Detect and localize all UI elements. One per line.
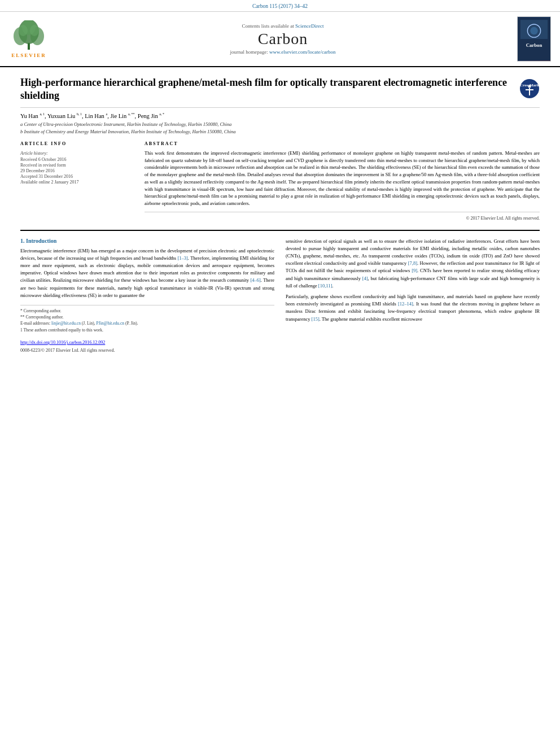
elsevier-logo: ELSEVIER [9,20,49,58]
footnote-email: E-mail addresses: linjie@hit.edu.cn (J. … [20,320,274,326]
citation-text: Carbon 115 (2017) 34–42 [252,3,308,9]
received-date: Received 6 October 2016 [20,157,133,162]
svg-point-5 [19,25,28,36]
ref-1-3[interactable]: [1–3] [177,255,187,261]
affiliation-b: b Institute of Chemistry and Energy Mate… [20,128,540,136]
elsevier-tree-icon [9,20,49,51]
body-left-col: 1. Introduction Electromagnetic interfer… [20,238,274,355]
ref-9[interactable]: [9] [412,268,417,273]
sciencedirect-link[interactable]: ScienceDirect [295,23,323,29]
affiliation-a: a Center of Ultra-precision Optoelectron… [20,121,540,128]
svg-point-6 [30,25,39,36]
journal-center: Contents lists available at ScienceDirec… [55,23,510,55]
paper-title-section: High-performance hierarchical graphene/m… [20,76,540,108]
footnote-corresponding-1: * Corresponding author. [20,308,274,314]
received-revised-label: Received in revised form [20,163,133,168]
svg-point-11 [530,27,538,35]
crossmark-logo: CrossMark [519,78,540,99]
ref-15[interactable]: [15] [312,316,320,322]
footnote-section: * Corresponding author. ** Corresponding… [20,305,274,333]
abstract-title: ABSTRACT [145,141,540,146]
intro-number: 1. [20,238,25,244]
footnote-equal-contrib: 1 These authors contributed equally to t… [20,327,274,333]
affiliations: a Center of Ultra-precision Optoelectron… [20,121,540,136]
journal-url[interactable]: www.elsevier.com/locate/carbon [269,49,335,55]
received-revised-date: 29 December 2016 [20,168,133,173]
abstract-text: This work first demonstrates the improve… [145,150,540,207]
copyright-notice: © 2017 Elsevier Ltd. All rights reserved… [145,212,540,221]
intro-left-text: Electromagnetic interference (EMI) has e… [20,247,274,299]
intro-right-text-1: sensitive detection of optical signals a… [286,238,540,290]
journal-cover-image: Carbon [517,16,551,62]
abstract-section: ABSTRACT This work first demonstrates th… [145,141,540,221]
ref-4-6[interactable]: [4–6] [250,277,260,283]
journal-title: Carbon [55,30,510,48]
intro-title: Introduction [26,238,56,244]
svg-point-16 [528,85,531,88]
journal-homepage: journal homepage: www.elsevier.com/locat… [55,49,510,55]
issn-text: 0008-6223/© 2017 Elsevier Ltd. All right… [20,347,274,355]
citation-bar: Carbon 115 (2017) 34–42 [0,0,560,12]
doi-link[interactable]: http://dx.doi.org/10.1016/j.carbon.2016.… [20,340,105,345]
article-info-title: ARTICLE INFO [20,141,133,146]
ref-4[interactable]: [4] [362,276,368,281]
body-content: 1. Introduction Electromagnetic interfer… [20,238,540,355]
main-content: High-performance hierarchical graphene/m… [0,67,560,364]
paper-title: High-performance hierarchical graphene/m… [20,76,510,103]
body-right-col: sensitive detection of optical signals a… [286,238,540,355]
elsevier-wordmark: ELSEVIER [11,53,46,58]
footnote-corresponding-2: ** Corresponding author. [20,314,274,320]
ref-12-14[interactable]: [12–14] [398,301,413,307]
journal-header: ELSEVIER Contents lists available at Sci… [0,12,560,67]
doi-section: http://dx.doi.org/10.1016/j.carbon.2016.… [20,339,274,355]
email-link-1[interactable]: linjie@hit.edu.cn [51,321,81,326]
intro-right-text-2: Particularly, graphene shows excellent c… [286,293,540,323]
article-info-section: ARTICLE INFO Article history: Received 6… [20,141,133,221]
accepted-date: Accepted 31 December 2016 [20,174,133,179]
available-online-date: Available online 2 January 2017 [20,180,133,185]
history-label: Article history: [20,151,133,156]
intro-heading: 1. Introduction [20,238,274,244]
section-divider [20,230,540,231]
ref-7-8[interactable]: [7,8] [408,260,417,266]
svg-text:Carbon: Carbon [526,43,542,49]
email-link-2[interactable]: PJin@hit.edu.cn [97,321,124,326]
contents-line: Contents lists available at ScienceDirec… [55,23,510,29]
ref-10-11[interactable]: [10,11] [318,283,332,289]
article-info-abstract: ARTICLE INFO Article history: Received 6… [20,141,540,221]
authors-line: Yu Han a, 1, Yuxuan Liu b, 1, Lin Han a,… [20,112,540,119]
